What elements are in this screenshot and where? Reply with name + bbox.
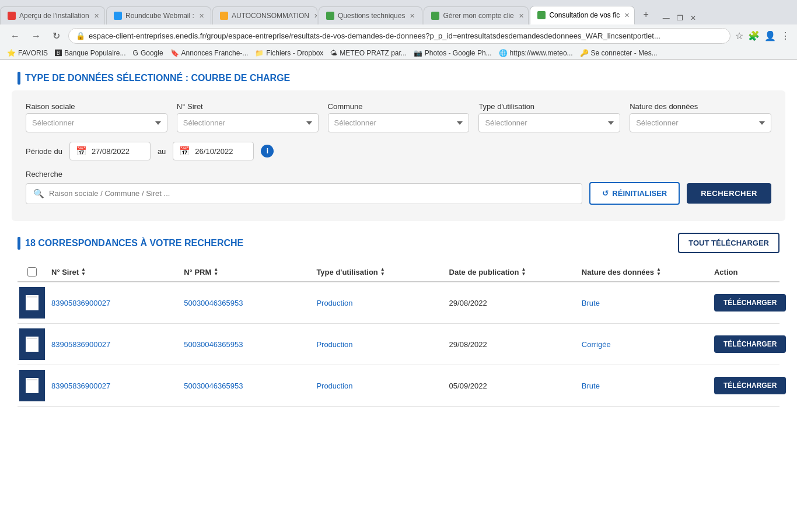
search-input-wrap[interactable]: 🔍 (26, 183, 582, 204)
bookmark-annonces-label: Annonces Franche-... (181, 49, 249, 57)
tab-questions[interactable]: Questions techniques ✕ (319, 6, 422, 24)
page-content: TYPE DE DONNÉES SÉLECTIONNÉ : COURBE DE … (0, 60, 797, 418)
tab-close-icon[interactable]: ✕ (199, 12, 204, 20)
tab-close-icon[interactable]: ✕ (94, 12, 99, 20)
bookmark-dropbox[interactable]: 📁 Fichiers - Dropbox (255, 49, 323, 57)
results-count-title: 18 CORRESPONDANCES À VOTRE RECHERCHE (18, 237, 243, 250)
tab-gerer[interactable]: Gérer mon compte clie ✕ (424, 6, 529, 24)
minimize-icon[interactable]: — (660, 12, 672, 24)
table-header: N° Siret ▲▼ N° PRM ▲▼ Type d'utilisation… (18, 262, 779, 282)
bookmark-google[interactable]: G Google (133, 49, 163, 57)
profile-icon[interactable]: 👤 (764, 30, 776, 41)
row-type-1[interactable]: Production (312, 299, 444, 307)
search-input[interactable] (49, 189, 575, 198)
tab-favicon (8, 12, 16, 20)
date-from-input[interactable] (92, 147, 144, 156)
date-range-row: Période du 📅 au 📅 i (26, 142, 771, 160)
tab-label: Consultation de vos fic (549, 11, 620, 19)
date-to-wrap[interactable]: 📅 (173, 142, 254, 160)
row-nature-3[interactable]: Brute (577, 382, 709, 390)
recherche-label: Recherche (26, 170, 771, 178)
sort-nature-icon[interactable]: ▲▼ (656, 267, 661, 276)
siret-select[interactable]: Sélectionner (177, 113, 319, 132)
address-bar[interactable]: 🔒 espace-client-entreprises.enedis.fr/gr… (68, 28, 730, 44)
sort-prm-icon[interactable]: ▲▼ (214, 267, 218, 276)
type-utilisation-select[interactable]: Sélectionner (478, 113, 620, 132)
date-to-input[interactable] (195, 147, 247, 156)
raison-sociale-select[interactable]: Sélectionner (26, 113, 167, 132)
tab-close-icon[interactable]: ✕ (410, 12, 415, 20)
bookmark-meteo2-label: https://www.meteo... (510, 49, 573, 57)
nature-donnees-select[interactable]: Sélectionner (630, 113, 771, 132)
bookmark-banque-label: Banque Populaire... (64, 49, 125, 57)
reload-button[interactable]: ↻ (49, 28, 64, 44)
commune-label: Commune (328, 102, 470, 111)
row-file-icon-1 (19, 287, 45, 318)
tab-roundcube[interactable]: Roundcube Webmail : ✕ (106, 6, 211, 24)
th-checkbox (18, 267, 47, 276)
tab-favicon (431, 12, 439, 20)
sort-siret-icon[interactable]: ▲▼ (81, 267, 86, 276)
download-all-button[interactable]: TOUT TÉLÉCHARGER (678, 233, 779, 253)
forward-button[interactable]: → (28, 29, 44, 44)
sort-type-icon[interactable]: ▲▼ (380, 267, 385, 276)
bookmark-meteo2[interactable]: 🌐 https://www.meteo... (499, 49, 573, 57)
tab-close-icon[interactable]: ✕ (624, 12, 630, 19)
back-button[interactable]: ← (7, 29, 23, 44)
lock-icon: 🔒 (76, 32, 85, 40)
search-button[interactable]: RECHERCHER (687, 183, 771, 204)
download-button-1[interactable]: TÉLÉCHARGER (714, 294, 786, 312)
tab-close-icon[interactable]: ✕ (519, 12, 524, 20)
tab-close-icon[interactable]: ✕ (314, 12, 317, 20)
row-icon-cell-3 (18, 365, 47, 406)
new-tab-button[interactable]: + (636, 5, 655, 24)
bookmark-icon[interactable]: ☆ (735, 30, 743, 41)
row-siret-2[interactable]: 83905836900027 (47, 340, 179, 349)
tab-consultation[interactable]: Consultation de vos fic ✕ (530, 6, 635, 24)
extensions-icon[interactable]: 🧩 (748, 30, 760, 41)
row-prm-3[interactable]: 50030046365953 (179, 382, 312, 390)
select-all-checkbox[interactable] (27, 267, 37, 276)
tab-autoconsommation[interactable]: AUTOCONSOMMATION ✕ (212, 6, 317, 24)
row-siret-3[interactable]: 83905836900027 (47, 382, 179, 390)
raison-sociale-label: Raison sociale (26, 102, 167, 111)
row-siret-1[interactable]: 83905836900027 (47, 299, 179, 307)
download-button-3[interactable]: TÉLÉCHARGER (714, 377, 786, 394)
tab-label: Gérer mon compte clie (443, 12, 513, 20)
bookmark-banque[interactable]: 🅱 Banque Populaire... (55, 49, 125, 57)
restore-icon[interactable]: ❐ (674, 12, 686, 24)
close-icon[interactable]: ✕ (688, 12, 698, 24)
tab-apercu[interactable]: Aperçu de l'installation ✕ (0, 6, 105, 24)
date-from-wrap[interactable]: 📅 (69, 142, 151, 160)
table-row: 83905836900027 50030046365953 Production… (18, 282, 779, 324)
file-icon-inner (26, 295, 39, 310)
siret-label: N° Siret (177, 102, 319, 111)
tab-label: AUTOCONSOMMATION (232, 12, 309, 20)
tab-favicon (220, 12, 228, 20)
info-icon[interactable]: i (261, 145, 274, 158)
results-section: 18 CORRESPONDANCES À VOTRE RECHERCHE TOU… (0, 221, 797, 418)
bookmark-annonces[interactable]: 🔖 Annonces Franche-... (170, 49, 249, 57)
row-prm-2[interactable]: 50030046365953 (179, 340, 312, 349)
more-options-icon[interactable]: ⋮ (781, 30, 790, 41)
th-prm: N° PRM ▲▼ (179, 267, 312, 276)
filter-panel: Raison sociale Sélectionner N° Siret Sél… (12, 90, 785, 221)
row-type-3[interactable]: Production (312, 382, 444, 390)
bookmark-photos[interactable]: 📷 Photos - Google Ph... (414, 49, 492, 57)
row-nature-2[interactable]: Corrigée (577, 340, 709, 349)
bookmark-meteo[interactable]: 🌤 METEO PRATZ par... (330, 49, 406, 57)
filter-siret: N° Siret Sélectionner (177, 102, 319, 132)
bookmark-favoris[interactable]: ⭐ FAVORIS (7, 49, 48, 57)
th-type: Type d'utilisation ▲▼ (312, 267, 444, 276)
download-button-2[interactable]: TÉLÉCHARGER (714, 335, 786, 353)
sort-date-icon[interactable]: ▲▼ (522, 267, 526, 276)
reset-button[interactable]: ↺ RÉINITIALISER (589, 182, 680, 205)
reset-icon: ↺ (602, 189, 609, 198)
th-siret: N° Siret ▲▼ (47, 267, 179, 276)
row-nature-1[interactable]: Brute (577, 299, 709, 307)
row-type-2[interactable]: Production (312, 340, 444, 349)
commune-select[interactable]: Sélectionner (328, 113, 470, 132)
bookmark-connecter[interactable]: 🔑 Se connecter - Mes... (580, 49, 658, 57)
row-prm-1[interactable]: 50030046365953 (179, 299, 312, 307)
download-all-label: TOUT TÉLÉCHARGER (688, 239, 769, 247)
